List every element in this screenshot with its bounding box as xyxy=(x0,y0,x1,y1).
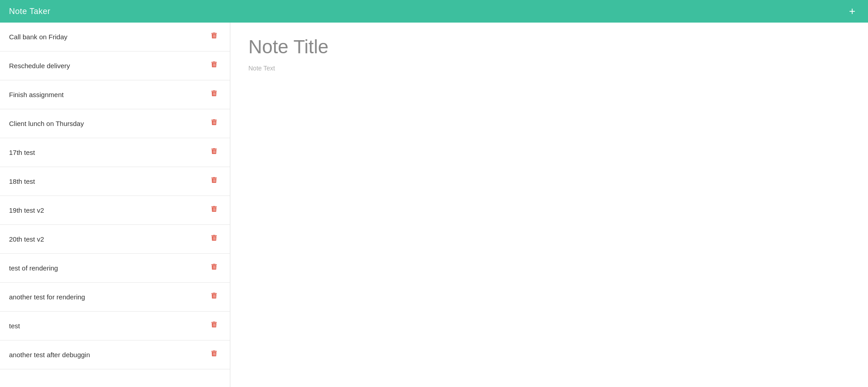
trash-icon xyxy=(210,234,218,242)
delete-note-button[interactable] xyxy=(207,204,221,216)
delete-note-button[interactable] xyxy=(207,175,221,187)
app-title: Note Taker xyxy=(9,7,51,16)
delete-note-button[interactable] xyxy=(207,349,221,361)
list-item[interactable]: Finish assignment xyxy=(0,80,230,109)
list-item[interactable]: 20th test v2 xyxy=(0,225,230,254)
delete-note-button[interactable] xyxy=(207,117,221,130)
note-detail-panel: Note Title Note Text xyxy=(230,23,868,387)
main-content: Call bank on Friday Reschedule delivery … xyxy=(0,23,868,387)
note-item-title: Client lunch on Thursday xyxy=(9,120,84,127)
trash-icon xyxy=(210,263,218,271)
trash-icon xyxy=(210,61,218,69)
delete-note-button[interactable] xyxy=(207,60,221,72)
app-header: Note Taker + xyxy=(0,0,868,23)
list-item[interactable]: 18th test xyxy=(0,167,230,196)
trash-icon xyxy=(210,89,218,98)
delete-note-button[interactable] xyxy=(207,89,221,101)
note-item-title: 18th test xyxy=(9,177,35,185)
note-item-title: test xyxy=(9,322,20,330)
delete-note-button[interactable] xyxy=(207,291,221,303)
note-item-title: test of rendering xyxy=(9,264,58,272)
list-item[interactable]: Call bank on Friday xyxy=(0,23,230,51)
delete-note-button[interactable] xyxy=(207,31,221,43)
note-item-title: Call bank on Friday xyxy=(9,33,67,41)
list-item[interactable]: test of rendering xyxy=(0,254,230,283)
trash-icon xyxy=(210,205,218,213)
note-item-title: another test for rendering xyxy=(9,293,85,301)
note-detail-title: Note Title xyxy=(248,36,850,58)
trash-icon xyxy=(210,350,218,358)
list-item[interactable]: 17th test xyxy=(0,138,230,167)
list-item[interactable]: test xyxy=(0,312,230,340)
list-item[interactable]: another test for rendering xyxy=(0,283,230,312)
delete-note-button[interactable] xyxy=(207,262,221,274)
list-item[interactable]: another test after debuggin xyxy=(0,340,230,369)
trash-icon xyxy=(210,147,218,155)
list-item[interactable]: Reschedule delivery xyxy=(0,51,230,80)
trash-icon xyxy=(210,118,218,126)
notes-sidebar: Call bank on Friday Reschedule delivery … xyxy=(0,23,230,387)
note-item-title: another test after debuggin xyxy=(9,351,90,359)
list-item[interactable]: Client lunch on Thursday xyxy=(0,109,230,138)
list-item[interactable]: 19th test v2 xyxy=(0,196,230,225)
note-item-title: 19th test v2 xyxy=(9,206,44,214)
note-item-title: 17th test xyxy=(9,149,35,156)
delete-note-button[interactable] xyxy=(207,146,221,159)
delete-note-button[interactable] xyxy=(207,233,221,245)
add-note-button[interactable]: + xyxy=(845,4,859,19)
note-detail-text: Note Text xyxy=(248,65,850,72)
trash-icon xyxy=(210,321,218,329)
note-item-title: 20th test v2 xyxy=(9,235,44,243)
note-item-title: Reschedule delivery xyxy=(9,62,70,70)
note-item-title: Finish assignment xyxy=(9,91,64,98)
trash-icon xyxy=(210,292,218,300)
trash-icon xyxy=(210,32,218,40)
delete-note-button[interactable] xyxy=(207,320,221,332)
trash-icon xyxy=(210,176,218,184)
